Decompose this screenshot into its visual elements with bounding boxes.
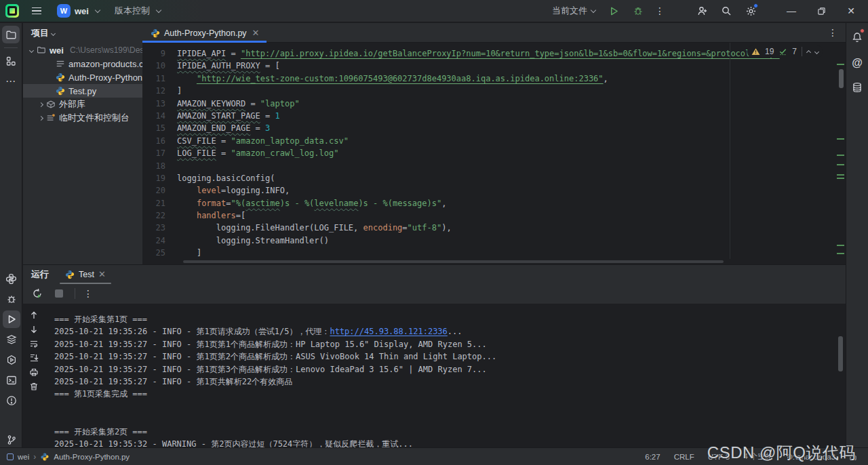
console-link[interactable]: http://45.93.88.121:2336 xyxy=(330,327,447,336)
code-line[interactable]: 24 logging.StreamHandler() xyxy=(142,235,846,247)
tree-spacer xyxy=(49,62,52,66)
chevron-right-icon[interactable] xyxy=(39,115,43,120)
debug-button[interactable] xyxy=(631,3,646,18)
close-button[interactable]: ✕ xyxy=(841,5,861,16)
minimize-button[interactable]: — xyxy=(781,5,802,16)
code-text: format="%(asctime)s - %(levelname)s - %(… xyxy=(176,197,446,209)
console-text: === 开始采集第1页 === xyxy=(54,315,147,324)
rerun-button[interactable] xyxy=(30,286,45,301)
breadcrumb-file[interactable]: Auth-Proxy-Python.py xyxy=(54,453,130,461)
python-file-icon xyxy=(151,28,160,38)
down-stacktrace-button[interactable] xyxy=(29,325,39,334)
tree-item-Test.py[interactable]: Test.py xyxy=(23,84,142,98)
run-button[interactable] xyxy=(606,3,621,18)
restore-button[interactable] xyxy=(811,7,831,16)
tree-item-amazon-products.csv[interactable]: amazon-products.csv xyxy=(23,57,142,70)
tree-item-label: wei xyxy=(50,45,64,56)
services-tool-button[interactable] xyxy=(3,331,20,348)
soft-wrap-button[interactable] xyxy=(29,339,39,348)
close-icon[interactable]: ✕ xyxy=(98,269,106,279)
console-line xyxy=(54,401,846,413)
ai-assistant-button[interactable]: @ xyxy=(848,54,866,72)
code-line[interactable]: 17LOG_FILE = "amazon_crawl_log.log" xyxy=(142,147,846,159)
code-line[interactable]: 9IPIDEA_API = "http://api.proxy.ipidea.i… xyxy=(142,47,846,60)
scroll-to-end-button[interactable] xyxy=(29,353,39,363)
vcs-widget[interactable]: 版本控制 xyxy=(115,5,150,17)
python-icon xyxy=(56,86,65,96)
up-stacktrace-button[interactable] xyxy=(29,310,39,320)
editor-hscrollbar[interactable] xyxy=(183,260,724,263)
code-line[interactable]: 13AMAZON_KEYWORD = "laptop" xyxy=(142,98,846,110)
code-line[interactable]: 12] xyxy=(142,85,846,97)
python-packages-tool-button[interactable] xyxy=(3,351,20,369)
close-icon[interactable]: ✕ xyxy=(252,28,260,38)
chevron-right-icon[interactable] xyxy=(39,102,43,106)
code-line[interactable]: 18 xyxy=(142,160,846,172)
main-menu-button[interactable] xyxy=(27,3,46,19)
line-number: 9 xyxy=(142,47,176,60)
run-config-selector[interactable]: 当前文件 xyxy=(552,5,587,17)
terminal-tool-button[interactable] xyxy=(3,371,20,389)
chevron-down-icon[interactable] xyxy=(29,47,34,52)
project-tool-button[interactable] xyxy=(2,26,20,43)
code-line[interactable]: 25 ] xyxy=(142,247,846,259)
stop-button[interactable] xyxy=(52,286,66,301)
code-line[interactable]: 16CSV_FILE = "amazon_laptop_data.csv" xyxy=(142,135,846,147)
more-tool-windows-button[interactable]: ⋯ xyxy=(2,73,20,90)
code-editor[interactable]: 9IPIDEA_API = "http://api.proxy.ipidea.i… xyxy=(142,43,846,264)
project-widget[interactable]: wei xyxy=(75,6,89,16)
database-tool-button[interactable] xyxy=(848,79,866,96)
search-everywhere-button[interactable] xyxy=(719,3,734,18)
code-text: CSV_FILE = "amazon_laptop_data.csv" xyxy=(176,135,349,147)
tab-list-button[interactable]: ⋮ xyxy=(828,23,846,38)
code-line[interactable]: 21 format="%(asctime)s - %(levelname)s -… xyxy=(142,197,846,209)
console-more-button[interactable]: ⋮ xyxy=(83,289,93,298)
next-problem-icon[interactable] xyxy=(814,49,819,54)
code-text: level=logging.INFO, xyxy=(176,184,290,197)
run-panel-title: 运行 xyxy=(31,268,49,281)
prev-problem-icon[interactable] xyxy=(806,50,811,55)
project-icon xyxy=(7,453,14,460)
python-console-tool-button[interactable] xyxy=(3,270,20,287)
code-text: IPIDEA_API = "http://api.proxy.ipidea.io… xyxy=(176,47,780,60)
notifications-button[interactable] xyxy=(848,28,866,46)
console-text: 2025-10-21 19:35:27 - INFO - 第1页第3个商品解析成… xyxy=(54,365,487,374)
tree-item--[interactable]: 外部库 xyxy=(23,98,142,111)
debug-tool-button[interactable] xyxy=(3,290,20,308)
code-line[interactable]: 22 handlers=[ xyxy=(142,209,846,222)
run-tab-test[interactable]: Test ✕ xyxy=(61,265,110,284)
settings-button[interactable] xyxy=(743,3,758,18)
structure-tool-button[interactable] xyxy=(2,52,20,70)
git-tool-button[interactable] xyxy=(3,431,20,449)
tree-item--[interactable]: 临时文件和控制台 xyxy=(23,111,142,125)
code-line[interactable]: 15AMAZON_END_PAGE = 3 xyxy=(142,122,846,134)
code-line[interactable]: 20 level=logging.INFO, xyxy=(142,184,846,197)
code-line[interactable]: 10IPIDEA_AUTH_PROXY = [ xyxy=(142,60,846,72)
print-button[interactable] xyxy=(29,367,39,377)
clear-console-button[interactable] xyxy=(29,382,39,391)
more-actions-button[interactable]: ⋮ xyxy=(655,6,665,16)
chevron-down-icon xyxy=(591,7,596,13)
console-toolbar xyxy=(23,304,45,447)
console-output[interactable]: === 开始采集第1页 ===2025-10-21 19:35:26 - INF… xyxy=(45,304,846,447)
editor-tab-auth-proxy[interactable]: Auth-Proxy-Python.py ✕ xyxy=(142,23,267,43)
breadcrumb-project[interactable]: wei xyxy=(18,453,29,461)
code-line[interactable]: 23 logging.FileHandler(LOG_FILE, encodin… xyxy=(142,222,846,234)
console-scrollbar[interactable] xyxy=(838,336,843,371)
tree-item-Auth-Proxy-Python.py[interactable]: Auth-Proxy-Python.py xyxy=(23,70,142,84)
inspection-widget[interactable]: 19 7 xyxy=(747,45,823,58)
code-line[interactable]: 11 "http://wie_test-zone-custom:10960754… xyxy=(142,73,846,85)
run-tool-button[interactable] xyxy=(3,310,20,328)
stripe-mark xyxy=(837,253,844,254)
code-line[interactable]: 14AMAZON_START_PAGE = 1 xyxy=(142,110,846,122)
tree-item-path: C:\Users\ws199\Deskto xyxy=(70,45,142,55)
code-line[interactable]: 19logging.basicConfig( xyxy=(142,172,846,184)
caret-position[interactable]: 6:27 xyxy=(645,453,660,461)
code-text: logging.FileHandler(LOG_FILE, encoding="… xyxy=(176,222,452,234)
line-separator[interactable]: CRLF xyxy=(674,453,694,461)
code-with-me-button[interactable] xyxy=(694,3,709,18)
editor-scrollbar[interactable] xyxy=(839,69,844,88)
problems-tool-button[interactable] xyxy=(3,392,20,409)
stripe-mark xyxy=(837,164,844,165)
tree-item-wei[interactable]: weiC:\Users\ws199\Deskto xyxy=(23,43,142,57)
